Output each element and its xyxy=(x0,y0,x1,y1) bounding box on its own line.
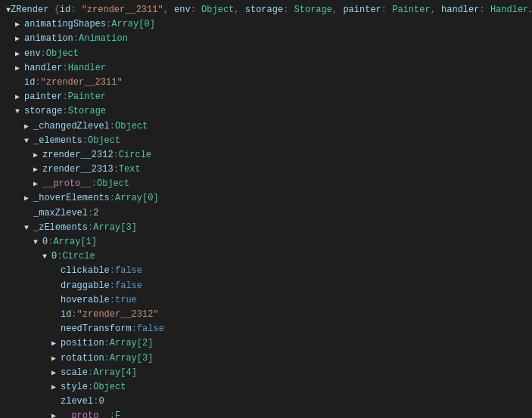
node-draggable: draggable : false xyxy=(6,279,526,293)
node-painter: painter : Painter xyxy=(6,90,526,104)
proto-circle-toggle[interactable] xyxy=(51,409,61,418)
node-zrender2313: zrender__2313 : Text xyxy=(6,163,526,177)
elements-toggle[interactable] xyxy=(24,134,33,148)
node-changedZlevel: _changedZlevel : Object xyxy=(6,119,526,134)
changedZlevel-toggle[interactable] xyxy=(24,119,33,134)
zrender2312-toggle[interactable] xyxy=(33,148,42,163)
node-id: id : "zrender__2311" xyxy=(6,76,526,90)
node-rotation: rotation : Array[3] xyxy=(6,351,526,366)
rotation-toggle[interactable] xyxy=(51,351,61,366)
root-label: ZRender {id: "zrender__2311", env: Objec… xyxy=(11,3,532,17)
node-env: env : Object xyxy=(6,47,526,61)
storage-toggle[interactable] xyxy=(15,104,24,119)
node-zlevel: zlevel : 0 xyxy=(6,395,526,409)
zElements-toggle[interactable] xyxy=(24,221,33,235)
node-needTransform: needTransform : false xyxy=(6,322,526,336)
scale-toggle[interactable] xyxy=(51,366,61,380)
zrender2313-toggle[interactable] xyxy=(33,163,42,177)
node-storage: storage : Storage xyxy=(6,104,526,119)
node-hoverable: hoverable : true xyxy=(6,293,526,308)
env-toggle[interactable] xyxy=(15,47,24,61)
node-animatingShapes: animatingShapes : Array[0] xyxy=(6,17,526,32)
painter-toggle[interactable] xyxy=(15,90,24,104)
handler-toggle[interactable] xyxy=(15,61,24,76)
node-position: position : Array[2] xyxy=(6,336,526,351)
node-proto-circle: __proto__ : F xyxy=(6,409,526,418)
node-proto-elements: __proto__ : Object xyxy=(6,177,526,191)
node-clickable: clickable : false xyxy=(6,264,526,278)
root-header: ZRender {id: "zrender__2311", env: Objec… xyxy=(6,3,526,17)
node-animation: animation : Animation xyxy=(6,32,526,46)
zEl0-toggle[interactable] xyxy=(33,235,42,249)
node-zEl-0-0: 0 : Circle xyxy=(6,249,526,264)
node-zEl-0: 0 : Array[1] xyxy=(6,235,526,249)
position-toggle[interactable] xyxy=(51,336,61,351)
hoverElements-toggle[interactable] xyxy=(24,191,33,206)
style-toggle[interactable] xyxy=(51,380,61,395)
node-handler: handler : Handler xyxy=(6,61,526,76)
node-maxZlevel: _maxZlevel : 2 xyxy=(6,206,526,221)
zEl00-toggle[interactable] xyxy=(42,249,51,264)
proto-elements-toggle[interactable] xyxy=(33,177,42,191)
node-zrender2312: zrender__2312 : Circle xyxy=(6,148,526,163)
node-hoverElements: _hoverElements : Array[0] xyxy=(6,191,526,206)
root-label-text: ZRender xyxy=(11,5,48,15)
node-zElements: _zElements : Array[3] xyxy=(6,221,526,235)
node-elements: _elements : Object xyxy=(6,134,526,148)
animatingShapes-toggle[interactable] xyxy=(15,17,24,32)
animation-toggle[interactable] xyxy=(15,32,24,46)
node-scale: scale : Array[4] xyxy=(6,366,526,380)
tree-container: ZRender {id: "zrender__2311", env: Objec… xyxy=(0,0,532,418)
node-circle-id: id : "zrender__2312" xyxy=(6,308,526,322)
node-style: style : Object xyxy=(6,380,526,395)
